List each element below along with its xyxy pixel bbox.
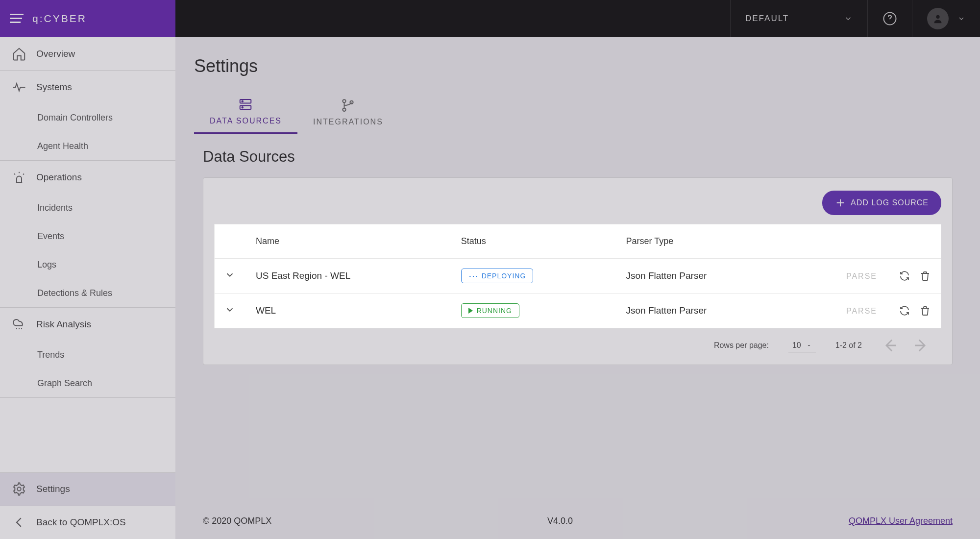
sidebar-item-label: Trends [37, 350, 64, 360]
gear-icon [12, 482, 26, 496]
rows-per-page-select[interactable]: 10 [788, 339, 816, 352]
sidebar-item-settings[interactable]: Settings [0, 472, 175, 506]
svg-point-0 [17, 487, 21, 491]
sidebar-item-operations[interactable]: Operations [0, 161, 175, 194]
user-agreement-link[interactable]: QOMPLX User Agreement [849, 516, 953, 526]
arrow-left-icon [12, 515, 26, 530]
rows-per-page-value: 10 [792, 341, 801, 350]
environment-label: DEFAULT [745, 14, 789, 24]
brand-logo: q:CYBER [32, 13, 87, 24]
column-header-status: Status [451, 224, 616, 259]
main-content: Settings DATA SOURCES INTEGRATIONS Data … [175, 37, 980, 539]
sidebar-item-logs[interactable]: Logs [0, 251, 175, 279]
sidebar-item-label: Back to QOMPLX:OS [36, 517, 126, 528]
home-icon [12, 47, 26, 61]
page-footer: © 2020 QOMPLX V4.0.0 QOMPLX User Agreeme… [194, 503, 961, 529]
column-header-parser: Parser Type [616, 224, 796, 259]
add-button-label: ADD LOG SOURCE [851, 198, 929, 207]
sidebar-header: q:CYBER [0, 0, 175, 37]
sidebar-item-agent-health[interactable]: Agent Health [0, 132, 175, 161]
svg-point-5 [242, 101, 244, 102]
play-icon [468, 308, 473, 314]
help-button[interactable] [867, 0, 912, 37]
sidebar-item-label: Risk Analysis [36, 319, 91, 330]
sidebar-item-label: Events [37, 231, 64, 242]
expand-row-button[interactable] [224, 269, 236, 281]
sidebar-item-trends[interactable]: Trends [0, 341, 175, 369]
help-icon [882, 11, 897, 26]
sidebar-item-label: Logs [37, 260, 56, 270]
user-menu[interactable] [912, 0, 980, 37]
refresh-button[interactable] [899, 270, 910, 282]
sidebar-item-label: Graph Search [37, 378, 92, 389]
nav-section: Overview Systems Domain Controllers Agen… [0, 37, 175, 472]
rows-per-page-label: Rows per page: [714, 341, 769, 350]
status-badge: ⋯DEPLOYING [461, 269, 534, 283]
plus-icon [835, 197, 846, 208]
sidebar-item-label: Settings [36, 484, 70, 494]
user-icon [927, 8, 949, 29]
caret-down-icon [806, 343, 812, 348]
topbar: DEFAULT [175, 0, 980, 37]
add-log-source-button[interactable]: ADD LOG SOURCE [822, 191, 941, 215]
heartbeat-icon [12, 80, 26, 95]
parse-button[interactable]: PARSE [846, 307, 877, 316]
server-icon [238, 97, 253, 112]
cloud-rain-icon [12, 317, 26, 332]
status-label: RUNNING [477, 307, 512, 315]
pager-range: 1-2 of 2 [835, 341, 862, 350]
tabbar: DATA SOURCES INTEGRATIONS [194, 90, 961, 134]
table-row: US East Region - WEL ⋯DEPLOYING Json Fla… [215, 259, 941, 294]
sidebar-item-detections-rules[interactable]: Detections & Rules [0, 279, 175, 308]
row-parser-type: Json Flatten Parser [626, 305, 707, 316]
status-badge: RUNNING [461, 303, 519, 318]
sidebar-item-label: Operations [36, 172, 82, 183]
sidebar-item-label: Domain Controllers [37, 113, 113, 123]
svg-point-2 [936, 15, 939, 19]
sidebar-item-overview[interactable]: Overview [0, 37, 175, 71]
sidebar-item-domain-controllers[interactable]: Domain Controllers [0, 104, 175, 132]
data-sources-card: ADD LOG SOURCE Name Status Parser Type [203, 177, 953, 365]
refresh-button[interactable] [899, 305, 910, 317]
delete-button[interactable] [919, 270, 931, 282]
sidebar-item-risk-analysis[interactable]: Risk Analysis [0, 308, 175, 341]
siren-icon [12, 170, 26, 185]
sidebar-item-systems[interactable]: Systems [0, 71, 175, 104]
chevron-down-icon [844, 14, 853, 23]
menu-toggle-icon[interactable] [10, 14, 24, 24]
sidebar-item-label: Incidents [37, 203, 73, 213]
row-name: WEL [256, 305, 276, 316]
expand-row-button[interactable] [224, 304, 236, 316]
status-label: DEPLOYING [482, 272, 526, 280]
sidebar-item-label: Agent Health [37, 141, 88, 151]
chevron-down-icon [957, 15, 965, 23]
page-title: Settings [194, 56, 961, 76]
tab-label: DATA SOURCES [210, 117, 282, 125]
section-title: Data Sources [203, 148, 961, 166]
sidebar-item-back[interactable]: Back to QOMPLX:OS [0, 506, 175, 539]
tab-data-sources[interactable]: DATA SOURCES [194, 90, 297, 134]
sidebar-item-graph-search[interactable]: Graph Search [0, 369, 175, 398]
parse-button[interactable]: PARSE [846, 272, 877, 281]
environment-selector[interactable]: DEFAULT [730, 0, 867, 37]
tab-integrations[interactable]: INTEGRATIONS [297, 90, 399, 134]
copyright: © 2020 QOMPLX [203, 516, 271, 526]
delete-button[interactable] [919, 305, 931, 317]
table-pager: Rows per page: 10 1-2 of 2 [214, 328, 941, 354]
column-header-name: Name [246, 224, 451, 259]
version: V4.0.0 [547, 516, 573, 526]
row-parser-type: Json Flatten Parser [626, 270, 707, 281]
branch-icon [341, 98, 355, 113]
tab-label: INTEGRATIONS [313, 118, 383, 126]
sidebar-item-incidents[interactable]: Incidents [0, 194, 175, 222]
table-row: WEL RUNNING Json Flatten Parser PARSE [215, 294, 941, 328]
sidebar: q:CYBER Overview Systems Domain Controll… [0, 0, 175, 539]
sidebar-item-events[interactable]: Events [0, 222, 175, 251]
sidebar-item-label: Detections & Rules [37, 288, 112, 298]
pager-next-button[interactable] [913, 337, 930, 354]
sidebar-item-label: Systems [36, 82, 72, 93]
sidebar-footer: Settings Back to QOMPLX:OS [0, 472, 175, 539]
pager-prev-button[interactable] [882, 337, 898, 354]
sidebar-item-label: Overview [36, 49, 75, 59]
svg-point-8 [343, 108, 346, 111]
